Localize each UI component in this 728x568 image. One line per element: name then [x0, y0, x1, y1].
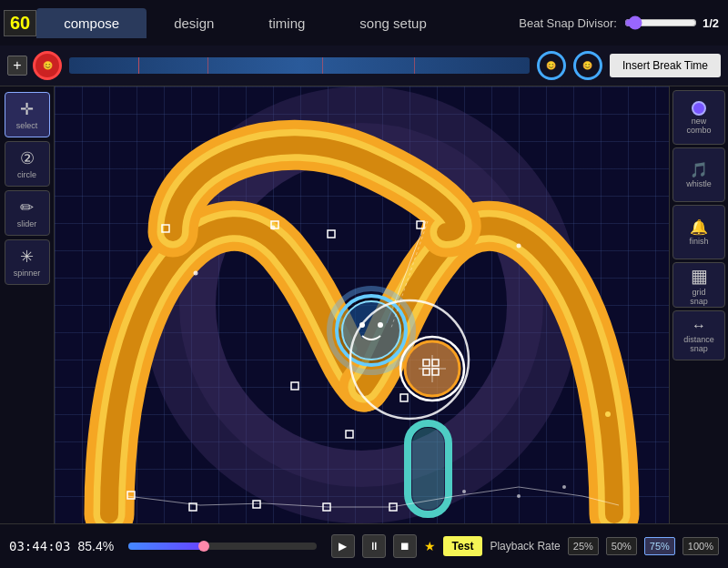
- rate-50-button[interactable]: 50%: [606, 537, 637, 555]
- right-toolbar: newcombo 🎵 whistle 🔔 finish ▦ gridsnap ↔…: [669, 86, 728, 523]
- spinner-label: spinner: [14, 269, 41, 278]
- slider-label: slider: [17, 219, 37, 228]
- editor-svg: [55, 86, 669, 523]
- timeline-circle-red[interactable]: 😊: [33, 51, 62, 80]
- top-bar: 60 compose design timing song setup Beat…: [0, 0, 728, 46]
- distance-snap-label: distancesnap: [683, 335, 714, 353]
- insert-break-button[interactable]: Insert Break Time: [610, 54, 721, 77]
- svg-point-37: [562, 485, 566, 489]
- add-timeline-button[interactable]: +: [7, 56, 27, 76]
- tab-timing[interactable]: timing: [241, 8, 332, 38]
- tool-select[interactable]: ✛ select: [5, 92, 50, 137]
- slider-icon: ✏: [20, 198, 34, 218]
- timeline-circle-blue-2[interactable]: 😊: [573, 51, 602, 80]
- rate-25-button[interactable]: 25%: [568, 537, 599, 555]
- svg-point-35: [517, 494, 521, 498]
- svg-point-20: [378, 322, 383, 328]
- playback-rate-label: Playback Rate: [490, 540, 560, 553]
- distance-snap-icon: ↔: [692, 318, 706, 334]
- finish-button[interactable]: 🔔 finish: [672, 205, 725, 259]
- svg-rect-13: [253, 501, 260, 508]
- beat-snap-slider-container: 1/2: [624, 15, 719, 30]
- finish-icon: 🔔: [690, 218, 708, 236]
- new-combo-indicator: [692, 101, 706, 116]
- beat-snap-area: Beat Snap Divisor: 1/2: [519, 15, 728, 30]
- zoom-display: 85.4%: [77, 539, 114, 553]
- new-combo-label: newcombo: [686, 117, 711, 135]
- beat-snap-slider[interactable]: [624, 15, 697, 30]
- tab-compose[interactable]: compose: [36, 8, 147, 38]
- test-button[interactable]: Test: [443, 536, 483, 556]
- svg-rect-3: [412, 428, 444, 510]
- spinner-icon: ✳: [20, 247, 34, 267]
- svg-point-32: [271, 226, 276, 230]
- play-button[interactable]: ▶: [331, 534, 355, 558]
- fps-counter: 60: [4, 10, 36, 36]
- svg-rect-10: [400, 394, 408, 401]
- svg-rect-6: [328, 230, 335, 238]
- svg-rect-8: [291, 382, 298, 390]
- pause-button[interactable]: ⏸: [362, 534, 386, 558]
- grid-snap-label: gridsnap: [690, 288, 708, 306]
- svg-point-36: [462, 490, 466, 493]
- beat-snap-value: 1/2: [703, 16, 719, 30]
- whistle-label: whistle: [686, 179, 712, 188]
- timeline-track[interactable]: [69, 57, 530, 74]
- select-icon: ✛: [20, 99, 34, 119]
- progress-bar[interactable]: [128, 543, 316, 550]
- star-icon: ★: [424, 539, 436, 553]
- finish-label: finish: [689, 237, 708, 246]
- svg-point-33: [517, 244, 521, 248]
- tab-song-setup[interactable]: song setup: [332, 8, 453, 38]
- tool-slider[interactable]: ✏ slider: [5, 190, 50, 236]
- distance-snap-button[interactable]: ↔ distancesnap: [672, 310, 725, 360]
- progress-thumb: [198, 541, 209, 552]
- rate-100-button[interactable]: 100%: [682, 537, 719, 555]
- left-toolbar: ✛ select ② circle ✏ slider ✳ spinner: [0, 86, 55, 523]
- timeline-bar: + 😊 😊 😊 Insert Break Time: [0, 46, 728, 86]
- canvas-area[interactable]: [55, 86, 669, 523]
- beat-snap-label: Beat Snap Divisor:: [519, 16, 617, 30]
- circle-icon: ②: [20, 148, 35, 168]
- whistle-icon: 🎵: [690, 161, 708, 178]
- grid-snap-icon: ▦: [691, 265, 708, 287]
- whistle-button[interactable]: 🎵 whistle: [672, 147, 725, 202]
- bottom-bar: 03:44:03 85.4% ▶ ⏸ ⏹ ★ Test Playback Rat…: [0, 523, 728, 568]
- svg-point-34: [605, 411, 611, 417]
- progress-fill: [128, 543, 204, 550]
- new-combo-button[interactable]: newcombo: [672, 90, 725, 145]
- svg-point-31: [194, 271, 198, 276]
- tool-circle[interactable]: ② circle: [5, 141, 50, 187]
- timeline-circle-blue-1[interactable]: 😊: [537, 51, 566, 80]
- circle-label: circle: [17, 170, 36, 179]
- select-label: select: [16, 121, 38, 130]
- rate-75-button[interactable]: 75%: [644, 537, 675, 555]
- grid-snap-button[interactable]: ▦ gridsnap: [672, 262, 725, 308]
- tool-spinner[interactable]: ✳ spinner: [5, 239, 50, 285]
- time-display: 03:44:03: [9, 539, 70, 553]
- tab-design[interactable]: design: [147, 8, 241, 38]
- svg-rect-9: [346, 431, 353, 438]
- editor-container: ✛ select ② circle ✏ slider ✳ spinner: [0, 86, 728, 523]
- stop-button[interactable]: ⏹: [393, 534, 417, 558]
